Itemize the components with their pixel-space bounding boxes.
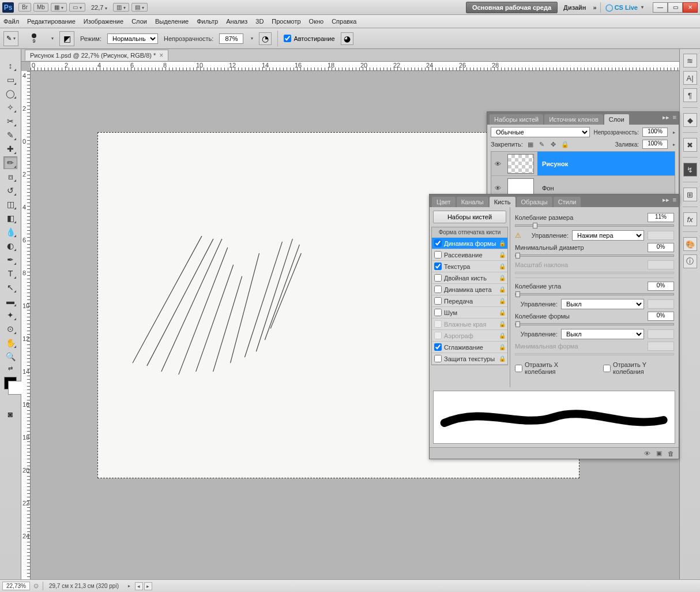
dock-icon-color[interactable]: ⊞	[683, 188, 697, 201]
tab-clone-source[interactable]: Источник клонов	[544, 114, 603, 125]
brush-option-row[interactable]: Динамика цвета🔒	[432, 284, 507, 295]
lock-transparency-icon[interactable]: ▦	[526, 141, 535, 148]
blur-tool[interactable]: 💧	[3, 226, 17, 238]
tab-color[interactable]: Цвет	[432, 197, 456, 207]
document-tab[interactable]: Рисунок 1.psd @ 22,7% (Рисунок, RGB/8) *…	[25, 50, 168, 61]
layer-row[interactable]: 👁 Рисунок	[491, 152, 675, 176]
marquee-tool[interactable]: ▭	[3, 73, 17, 86]
menu-image[interactable]: Изображение	[84, 18, 123, 25]
close-tab-icon[interactable]: ×	[159, 51, 163, 59]
brush-option-row[interactable]: Аэрограф🔒	[432, 330, 507, 342]
move-tool[interactable]: ↕	[3, 59, 17, 72]
trash-icon[interactable]: 🗑	[668, 450, 674, 457]
extras-icon[interactable]: ▥▾	[113, 3, 129, 12]
lock-icon[interactable]: 🔒	[499, 355, 506, 362]
wand-tool[interactable]: ✧	[3, 101, 17, 114]
pencil-tool[interactable]: ✏	[3, 156, 17, 169]
status-icon[interactable]: ⊙	[31, 582, 42, 590]
flip-y-checkbox[interactable]: Отразить Y колебания	[603, 361, 674, 375]
dock-icon-swatches[interactable]: 🎨	[683, 237, 697, 251]
menu-file[interactable]: Файл	[3, 18, 19, 25]
lock-all-icon[interactable]: 🔒	[561, 141, 569, 148]
lock-position-icon[interactable]: ✥	[550, 141, 558, 148]
history-brush-tool[interactable]: ↺	[3, 184, 17, 197]
blend-mode-select[interactable]: Нормальный	[107, 33, 158, 44]
tab-layers[interactable]: Слои	[604, 114, 629, 125]
dock-icon-layers[interactable]: ◆	[683, 113, 697, 127]
auto-erase-checkbox[interactable]: Автостирание	[284, 35, 334, 42]
brush-option-checkbox[interactable]	[434, 320, 442, 328]
angle-control-select[interactable]: Выкл	[561, 299, 644, 309]
lasso-tool[interactable]: ◯	[3, 87, 17, 100]
brush-option-checkbox[interactable]	[434, 343, 442, 351]
cslive-button[interactable]: CS Live▾	[605, 3, 643, 12]
angle-jitter-value[interactable]: 0%	[648, 282, 674, 291]
screenmode-icon[interactable]: ▭▾	[69, 3, 85, 12]
status-info-menu[interactable]: ▸	[128, 583, 130, 589]
brush-option-checkbox[interactable]	[434, 274, 442, 282]
menu-3d[interactable]: 3D	[255, 18, 264, 25]
scroll-right-icon[interactable]: ▸	[144, 582, 152, 590]
lock-icon[interactable]: 🔒	[499, 240, 506, 246]
brush-option-checkbox[interactable]	[434, 332, 442, 339]
menu-analysis[interactable]: Анализ	[226, 18, 247, 25]
flip-x-checkbox[interactable]: Отразить X колебания	[515, 361, 586, 375]
brush-option-row[interactable]: Текстура🔒	[432, 261, 507, 272]
shape-tool[interactable]: ▬	[3, 295, 17, 308]
pressure-opacity-icon[interactable]: ◔	[259, 32, 272, 45]
brush-option-row[interactable]: Защита текстуры🔒	[432, 353, 507, 365]
dodge-tool[interactable]: ◐	[3, 239, 17, 252]
brush-option-row[interactable]: Сглаживание🔒	[432, 342, 507, 353]
current-tool-icon[interactable]: ✎▾	[3, 31, 18, 46]
brush-option-row[interactable]: Передача🔒	[432, 295, 507, 307]
healing-tool[interactable]: ✚	[3, 143, 17, 155]
brush-option-checkbox[interactable]	[434, 355, 442, 362]
ruler-horizontal[interactable]: 0246810121416182022242628	[31, 62, 679, 71]
visibility-icon[interactable]: 👁	[491, 160, 504, 167]
eraser-tool[interactable]: ◫	[3, 198, 17, 211]
panel-menu-icon[interactable]: ≡	[673, 114, 676, 121]
brush-presets-button[interactable]: Наборы кистей	[433, 211, 506, 223]
size-control-select[interactable]: Нажим пера	[572, 230, 644, 241]
swap-colors-icon[interactable]: ⇄	[3, 364, 17, 372]
path-select-tool[interactable]: ↖	[3, 281, 17, 294]
dock-icon-brush[interactable]: ↯	[683, 163, 697, 177]
opacity-input[interactable]	[219, 33, 243, 44]
lock-icon[interactable]: 🔒	[499, 332, 506, 339]
round-jitter-value[interactable]: 0%	[648, 312, 674, 321]
zoom-display[interactable]: 22,7▾	[91, 4, 107, 11]
status-zoom[interactable]: 22,73%	[2, 582, 30, 590]
workspace-design[interactable]: Дизайн	[563, 4, 586, 11]
eyedropper-tool[interactable]: ✎	[3, 129, 17, 141]
hand-tool[interactable]: ✋	[3, 336, 17, 349]
tab-channels[interactable]: Каналы	[457, 197, 488, 207]
lock-icon[interactable]: 🔒	[499, 298, 506, 304]
crop-tool[interactable]: ✂	[3, 115, 17, 128]
brush-preset-picker[interactable]: 9	[24, 30, 44, 47]
dock-icon-character[interactable]: A|	[683, 71, 697, 85]
layer-fill-input[interactable]: 100%	[642, 140, 668, 149]
lock-paint-icon[interactable]: ✎	[538, 141, 546, 148]
tab-brush-presets[interactable]: Наборы кистей	[490, 114, 543, 125]
gradient-tool[interactable]: ◧	[3, 212, 17, 224]
brush-option-checkbox[interactable]	[434, 263, 442, 270]
minibridge-chip[interactable]: Mb	[33, 3, 48, 12]
lock-icon[interactable]: 🔒	[499, 344, 506, 350]
arrange-docs-icon[interactable]: ▦▾	[51, 3, 67, 12]
menu-view[interactable]: Просмотр	[272, 18, 300, 25]
dock-icon-paragraph[interactable]: ¶	[683, 88, 697, 102]
panel-collapse-icon[interactable]: ▸▸	[663, 114, 669, 121]
status-doc-size[interactable]: 29,7 см x 21,3 см (320 ppi)	[43, 582, 125, 590]
layer-blend-select[interactable]: Обычные	[491, 127, 590, 137]
brush-option-checkbox[interactable]	[434, 297, 442, 305]
menu-select[interactable]: Выделение	[155, 18, 189, 25]
lock-icon[interactable]: 🔒	[499, 263, 506, 269]
brush-option-checkbox[interactable]	[434, 286, 442, 293]
workspace-more[interactable]: »	[593, 4, 597, 11]
brush-tip-shape[interactable]: Форма отпечатка кисти	[432, 227, 507, 238]
zoom-tool[interactable]: 🔍	[3, 350, 17, 363]
round-jitter-slider[interactable]	[515, 323, 674, 325]
dock-icon-info[interactable]: ⓘ	[683, 254, 697, 268]
brush-option-row[interactable]: Рассеивание🔒	[432, 249, 507, 261]
type-tool[interactable]: T	[3, 267, 17, 280]
